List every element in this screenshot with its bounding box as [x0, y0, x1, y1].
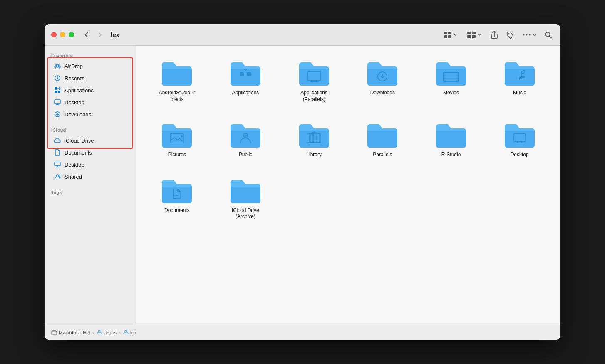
back-button[interactable] — [81, 31, 92, 39]
file-item-public[interactable]: Public — [215, 116, 277, 162]
folder-icon-movies — [434, 57, 468, 87]
sidebar-item-shared-label: Shared — [64, 174, 82, 180]
sidebar-item-desktop-icloud-label: Desktop — [64, 162, 84, 168]
file-item-desktop[interactable]: Desktop — [488, 116, 550, 162]
svg-point-45 — [98, 330, 100, 332]
file-item-music[interactable]: Music — [488, 54, 550, 106]
svg-rect-30 — [444, 75, 459, 76]
file-item-icloud-drive-archive[interactable]: iCloud Drive(Archive) — [215, 172, 277, 224]
breadcrumb-macintosh-hd[interactable]: Macintosh HD — [51, 330, 90, 336]
sidebar-item-recents[interactable]: Recents — [47, 72, 133, 84]
file-label-library: Library — [306, 152, 322, 158]
file-label-music: Music — [513, 90, 526, 96]
svg-rect-31 — [444, 78, 459, 79]
file-label-r-studio: R-Studio — [441, 152, 461, 158]
svg-rect-4 — [467, 32, 471, 34]
close-button[interactable] — [51, 32, 57, 37]
file-item-parallels[interactable]: Parallels — [352, 116, 414, 162]
svg-rect-7 — [472, 35, 476, 38]
breadcrumb-lex[interactable]: lex — [123, 330, 136, 336]
tag-button[interactable] — [505, 30, 516, 40]
sidebar-item-desktop[interactable]: Desktop — [47, 96, 133, 108]
svg-point-46 — [125, 330, 127, 332]
file-label-public: Public — [239, 152, 253, 158]
file-item-androidstudioprojects[interactable]: AndroidStudioProjects — [146, 54, 208, 106]
sidebar-item-desktop-label: Desktop — [64, 99, 84, 106]
icon-view-button[interactable] — [441, 30, 460, 40]
downloads-icon — [54, 111, 61, 118]
svg-rect-40 — [316, 134, 317, 142]
sidebar-item-recents-label: Recents — [64, 75, 84, 81]
breadcrumb-users-label: Users — [104, 330, 117, 336]
folder-icon-desktop — [503, 119, 536, 149]
file-item-applications-parallels[interactable]: Applications(Parallels) — [283, 54, 345, 106]
file-label-pictures: Pictures — [168, 152, 186, 158]
search-button[interactable] — [543, 30, 554, 40]
traffic-lights — [51, 32, 74, 37]
svg-rect-39 — [312, 134, 314, 142]
list-view-button[interactable] — [465, 30, 484, 39]
favorites-label: Favorites — [45, 51, 136, 60]
folder-icon-androidstudioprojects — [160, 57, 193, 87]
breadcrumb-users[interactable]: Users — [97, 330, 117, 336]
sidebar-item-downloads-label: Downloads — [64, 111, 91, 118]
icloud-label: iCloud — [45, 125, 136, 134]
folder-icon-library — [298, 119, 331, 149]
sidebar-item-airdrop-label: AirDrop — [64, 63, 83, 69]
file-item-pictures[interactable]: Pictures — [146, 116, 208, 162]
forward-button[interactable] — [94, 31, 106, 39]
svg-rect-6 — [467, 35, 471, 38]
minimize-button[interactable] — [60, 32, 65, 37]
svg-rect-38 — [309, 134, 311, 142]
svg-rect-20 — [55, 162, 60, 166]
shared-icon — [54, 173, 61, 180]
file-item-documents[interactable]: Documents — [146, 172, 208, 224]
svg-point-35 — [181, 135, 183, 138]
breadcrumb-lex-label: lex — [130, 330, 136, 336]
svg-rect-0 — [444, 32, 447, 34]
file-item-downloads[interactable]: Downloads — [352, 54, 414, 106]
sidebar-item-documents-label: Documents — [64, 150, 92, 156]
file-item-r-studio[interactable]: R-Studio — [420, 116, 482, 162]
file-grid: AndroidStudioProjects Ap — [146, 54, 550, 224]
sidebar-item-applications[interactable]: Applications — [47, 84, 133, 96]
breadcrumb-sep-1: › — [92, 330, 94, 335]
sidebar-item-downloads[interactable]: Downloads — [47, 108, 133, 120]
svg-rect-37 — [307, 142, 321, 143]
svg-point-11 — [529, 34, 531, 35]
maximize-button[interactable] — [69, 32, 74, 37]
file-label-applications: Applications — [232, 90, 259, 96]
file-item-library[interactable]: Library — [283, 116, 345, 162]
file-item-applications[interactable]: Applications — [215, 54, 277, 106]
more-button[interactable] — [521, 30, 538, 40]
svg-rect-18 — [55, 100, 60, 104]
svg-rect-41 — [319, 134, 321, 142]
svg-rect-3 — [448, 35, 451, 38]
file-label-desktop: Desktop — [511, 152, 529, 158]
folder-icon-parallels — [366, 119, 399, 149]
svg-rect-29 — [456, 72, 459, 81]
sidebar-item-desktop-icloud[interactable]: Desktop — [47, 159, 133, 170]
sidebar-item-documents[interactable]: Documents — [47, 147, 133, 158]
recents-icon — [54, 74, 61, 82]
nav-buttons — [81, 31, 106, 39]
document-icon — [54, 149, 61, 156]
folder-icon-applications-parallels — [298, 57, 331, 87]
desktop-icloud-icon — [54, 161, 61, 168]
file-label-documents: Documents — [164, 207, 190, 214]
folder-icon-pictures — [160, 119, 193, 149]
folder-icon-downloads — [366, 57, 399, 87]
file-label-movies: Movies — [443, 90, 459, 96]
sidebar-item-icloud-drive[interactable]: iCloud Drive — [47, 135, 133, 146]
svg-rect-1 — [448, 32, 451, 34]
folder-icon-r-studio — [434, 119, 468, 149]
file-item-movies[interactable]: Movies — [420, 54, 482, 106]
svg-rect-43 — [52, 331, 57, 335]
content-area: Favorites AirDrop — [45, 46, 560, 325]
sidebar-item-shared[interactable]: Shared — [47, 171, 133, 182]
airdrop-icon — [54, 62, 61, 70]
tags-label: Tags — [45, 187, 136, 197]
share-button[interactable] — [489, 29, 500, 41]
folder-icon-music — [503, 57, 536, 87]
sidebar-item-airdrop[interactable]: AirDrop — [47, 60, 133, 72]
